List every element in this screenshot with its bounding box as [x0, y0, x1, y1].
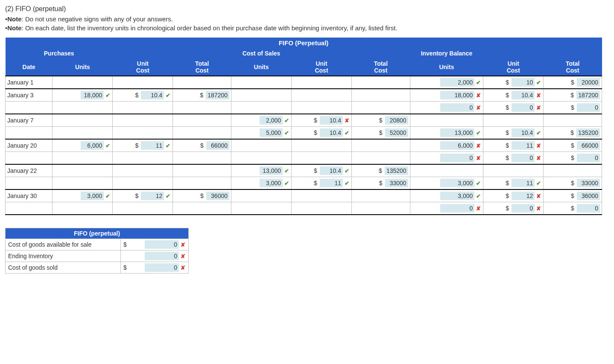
answer-input[interactable]: 11	[141, 141, 164, 150]
answer-input[interactable]: 6,000	[81, 141, 104, 150]
answer-input[interactable]: 3,000	[440, 179, 474, 187]
answer-input[interactable]: 10	[512, 78, 535, 87]
answer-input[interactable]: 20800	[385, 116, 408, 125]
check-icon: ✔	[535, 79, 541, 86]
answer-input[interactable]: 0	[440, 103, 474, 112]
summary-amount: $0✘	[121, 262, 189, 274]
answer-input[interactable]: 6,000	[440, 141, 474, 150]
table-cell: $52000	[352, 127, 410, 140]
answer-input[interactable]: 0	[512, 204, 535, 213]
answer-input[interactable]: 0	[577, 154, 600, 162]
summary-title: FIFO (perpetual)	[6, 228, 189, 239]
summary-row: Cost of goods sold$0✘	[6, 262, 189, 274]
dollar-sign: $	[506, 92, 511, 99]
table-cell: $187200	[544, 89, 602, 102]
table-cell	[231, 89, 292, 102]
answer-input[interactable]: 187200	[206, 91, 229, 99]
answer-input[interactable]: 0	[145, 263, 179, 272]
answer-input[interactable]: 0	[440, 154, 474, 162]
answer-input[interactable]: 10.4	[320, 116, 343, 125]
table-cell: $11✘	[483, 139, 544, 152]
answer-input[interactable]: 10.4	[512, 128, 535, 137]
table-cell: $36000	[173, 189, 231, 202]
answer-input[interactable]: 187200	[576, 91, 600, 99]
table-cell	[292, 102, 352, 114]
answer-input[interactable]: 36000	[206, 192, 229, 200]
table-cell: 3,000✔	[410, 177, 483, 190]
table-cell: 13,000✔	[231, 164, 292, 177]
answer-input[interactable]: 13,000	[260, 166, 283, 175]
answer-input[interactable]: 10.4	[512, 91, 535, 99]
date-cell	[6, 102, 53, 114]
dollar-sign: $	[123, 264, 129, 271]
answer-input[interactable]: 33000	[577, 179, 600, 187]
answer-input[interactable]: 13,000	[440, 128, 474, 137]
answer-input[interactable]: 2,000	[440, 78, 474, 87]
answer-input[interactable]: 0	[145, 252, 179, 260]
table-cell: 2,000✔	[231, 114, 292, 127]
answer-input[interactable]: 18,000	[81, 91, 104, 99]
table-cell: $11✔	[483, 177, 544, 190]
answer-input[interactable]: 33000	[385, 179, 408, 187]
table-cell: $10.4✘	[483, 89, 544, 102]
answer-input[interactable]: 36000	[577, 192, 600, 200]
answer-input[interactable]: 3,000	[440, 192, 474, 200]
table-cell	[113, 114, 173, 127]
answer-input[interactable]: 0	[145, 240, 179, 249]
table-cell	[53, 177, 113, 190]
dollar-sign: $	[379, 129, 384, 136]
answer-input[interactable]: 3,000	[81, 192, 104, 200]
table-cell	[352, 76, 410, 89]
table-cell	[352, 89, 410, 102]
check-icon: ✔	[165, 92, 171, 99]
answer-input[interactable]: 0	[440, 204, 474, 213]
table-row: 3,000✔$11✔$330003,000✔$11✔$33000	[6, 177, 602, 190]
dollar-sign: $	[506, 142, 511, 149]
answer-input[interactable]: 12	[512, 192, 535, 200]
answer-input[interactable]: 52000	[385, 128, 408, 137]
date-cell	[6, 127, 53, 140]
answer-input[interactable]: 66000	[577, 141, 600, 150]
answer-input[interactable]: 3,000	[260, 179, 283, 187]
x-icon: ✘	[344, 117, 350, 124]
table-cell: 2,000✔	[410, 76, 483, 89]
table-cell	[53, 102, 113, 114]
col-units: Units	[53, 58, 113, 76]
dollar-sign: $	[379, 117, 384, 124]
answer-input[interactable]: 135200	[385, 166, 408, 175]
table-cell: $66000	[173, 139, 231, 152]
table-cell	[483, 164, 544, 177]
answer-input[interactable]: 10.4	[320, 128, 343, 137]
answer-input[interactable]: 0	[577, 204, 600, 213]
table-cell	[113, 76, 173, 89]
table-cell	[53, 114, 113, 127]
table-cell	[544, 164, 602, 177]
answer-input[interactable]: 66000	[206, 141, 229, 150]
table-cell	[113, 202, 173, 215]
dollar-sign: $	[506, 192, 511, 199]
answer-input[interactable]: 0	[577, 103, 600, 112]
x-icon: ✘	[535, 143, 541, 149]
dollar-sign: $	[200, 142, 205, 149]
answer-input[interactable]: 11	[512, 179, 535, 187]
date-cell: January 22	[6, 164, 53, 177]
table-cell	[173, 102, 231, 114]
answer-input[interactable]: 18,000	[440, 91, 474, 99]
answer-input[interactable]: 20000	[577, 78, 600, 87]
answer-input[interactable]: 135200	[576, 128, 600, 137]
answer-input[interactable]: 0	[512, 154, 535, 162]
date-cell: January 1	[6, 76, 53, 89]
answer-input[interactable]: 2,000	[260, 116, 283, 125]
check-icon: ✔	[535, 130, 541, 136]
col-unit-cost: UnitCost	[113, 58, 173, 76]
answer-input[interactable]: 0	[512, 103, 535, 112]
table-cell	[173, 177, 231, 190]
answer-input[interactable]: 11	[512, 141, 535, 150]
answer-input[interactable]: 5,000	[260, 128, 283, 137]
table-title: FIFO (Perpetual)	[6, 38, 602, 48]
answer-input[interactable]: 12	[141, 192, 164, 200]
answer-input[interactable]: 11	[320, 179, 343, 187]
answer-input[interactable]: 10.4	[320, 166, 343, 175]
summary-table: FIFO (perpetual) Cost of goods available…	[5, 228, 189, 274]
answer-input[interactable]: 10.4	[141, 91, 164, 99]
